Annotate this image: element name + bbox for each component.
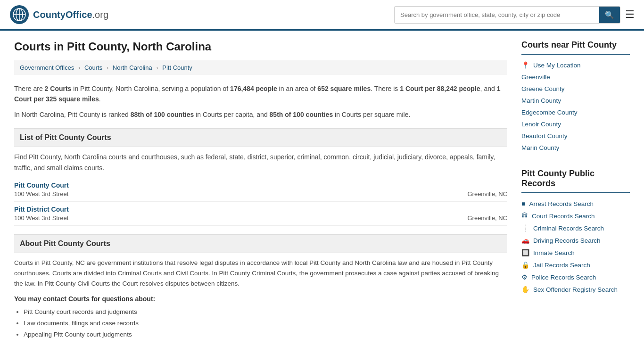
- sidebar-police-records[interactable]: ⚙ Police Records Search: [521, 273, 630, 281]
- court-records-icon: 🏛: [521, 212, 528, 220]
- breadcrumb-north-carolina[interactable]: North Carolina: [113, 64, 152, 71]
- records-section-title: Pitt County Public Records: [521, 169, 630, 193]
- logo-area: CountyOffice.org: [9, 5, 108, 25]
- list-section-header: List of Pitt County Courts: [14, 128, 507, 147]
- court-details-1: 100 West 3rd Street Greenville, NC: [14, 190, 507, 197]
- header-right: 🔍 ☰: [394, 6, 635, 24]
- contact-list: Pitt County court records and judgments …: [14, 306, 507, 341]
- court-entry-1: Pitt County Court 100 West 3rd Street Gr…: [14, 178, 507, 202]
- sidebar-divider: [521, 160, 630, 160]
- court-address-1: 100 West 3rd Street: [14, 190, 68, 197]
- bullet-1: Pitt County court records and judgments: [24, 306, 507, 318]
- search-input[interactable]: [395, 8, 599, 22]
- page-title: Courts in Pitt County, North Carolina: [14, 40, 507, 53]
- court-details-2: 100 West 3rd Street Greenville, NC: [14, 214, 507, 222]
- sidebar-greene-county[interactable]: Greene County: [521, 85, 630, 92]
- police-records-icon: ⚙: [521, 273, 528, 281]
- court-name-1[interactable]: Pitt County Court: [14, 181, 69, 189]
- logo-text: CountyOffice.org: [33, 9, 108, 20]
- sidebar-beaufort-county[interactable]: Beaufort County: [521, 132, 630, 140]
- court-address-2: 100 West 3rd Street: [14, 214, 68, 222]
- contact-heading: You may contact Courts for questions abo…: [14, 295, 507, 303]
- sidebar-martin-county[interactable]: Martin County: [521, 97, 630, 104]
- sidebar-criminal-records[interactable]: ❕ Criminal Records Search: [521, 224, 630, 232]
- sidebar-court-records[interactable]: 🏛 Court Records Search: [521, 212, 630, 220]
- breadcrumb-government-offices[interactable]: Government Offices: [20, 64, 74, 71]
- court-city-2: Greenville, NC: [467, 214, 507, 222]
- sidebar-jail-records[interactable]: 🔒 Jail Records Search: [521, 261, 630, 269]
- search-bar: 🔍: [394, 6, 620, 24]
- sidebar-edgecombe-county[interactable]: Edgecombe County: [521, 109, 630, 116]
- sidebar: Courts near Pitt County 📍 Use My Locatio…: [521, 40, 630, 341]
- sidebar-arrest-records[interactable]: ■ Arrest Records Search: [521, 200, 630, 207]
- breadcrumb: Government Offices › Courts › North Caro…: [14, 60, 507, 75]
- logo-icon: [9, 5, 29, 25]
- sex-offender-icon: ✋: [521, 286, 529, 293]
- arrest-records-icon: ■: [521, 200, 525, 207]
- court-name-2[interactable]: Pitt District Court: [14, 206, 69, 213]
- sidebar-inmate-search[interactable]: 🔲 Inmate Search: [521, 249, 630, 256]
- sidebar-marin-county[interactable]: Marin County: [521, 144, 630, 151]
- sidebar-sex-offender-registry[interactable]: ✋ Sex Offender Registry Search: [521, 286, 630, 293]
- content-area: Courts in Pitt County, North Carolina Go…: [14, 40, 507, 341]
- main-container: Courts in Pitt County, North Carolina Go…: [0, 31, 644, 350]
- inmate-search-icon: 🔲: [521, 249, 529, 256]
- search-button[interactable]: 🔍: [599, 7, 620, 23]
- breadcrumb-courts[interactable]: Courts: [84, 64, 102, 71]
- sidebar-greenville[interactable]: Greenville: [521, 74, 630, 81]
- bullet-3: Appealing Pitt County court judgments: [24, 329, 507, 340]
- court-entry-2: Pitt District Court 100 West 3rd Street …: [14, 202, 507, 226]
- driving-records-icon: 🚗: [521, 237, 529, 244]
- breadcrumb-pitt-county[interactable]: Pitt County: [162, 64, 192, 71]
- location-pin-icon: 📍: [521, 61, 529, 69]
- court-city-1: Greenville, NC: [467, 190, 507, 197]
- sidebar-driving-records[interactable]: 🚗 Driving Records Search: [521, 237, 630, 244]
- info-paragraph-2: In North Carolina, Pitt County is ranked…: [14, 109, 507, 120]
- bullet-2: Law documents, filings and case records: [24, 318, 507, 329]
- sidebar-use-my-location[interactable]: 📍 Use My Location: [521, 61, 630, 69]
- list-description: Find Pitt County, North Carolina courts …: [14, 152, 507, 173]
- jail-records-icon: 🔒: [521, 261, 529, 269]
- site-header: CountyOffice.org 🔍 ☰: [0, 0, 644, 31]
- criminal-records-icon: ❕: [521, 224, 529, 232]
- about-text: Courts in Pitt County, NC are government…: [14, 258, 507, 289]
- sidebar-lenoir-county[interactable]: Lenoir County: [521, 121, 630, 128]
- about-section-header: About Pitt County Courts: [14, 234, 507, 253]
- nearby-section-title: Courts near Pitt County: [521, 40, 630, 55]
- info-paragraph-1: There are 2 Courts in Pitt County, North…: [14, 83, 507, 105]
- menu-button[interactable]: ☰: [625, 9, 635, 20]
